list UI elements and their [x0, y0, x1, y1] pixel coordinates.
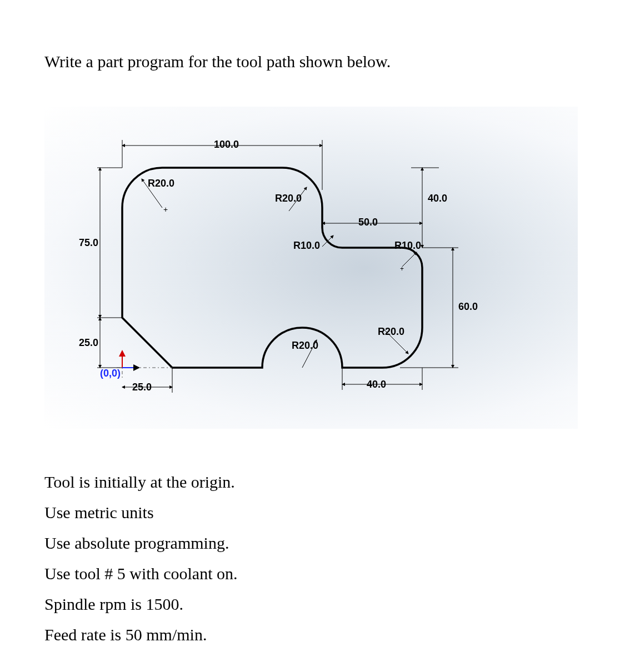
instruction-line: Use absolute programming.	[44, 529, 586, 557]
problem-prompt: Write a part program for the tool path s…	[44, 50, 586, 73]
dim-step-height: 40.0	[428, 193, 447, 204]
instructions-list: Tool is initially at the origin. Use met…	[44, 468, 586, 649]
radius-step-left: R10.0	[293, 240, 320, 252]
dim-bottom-off: 25.0	[132, 382, 152, 393]
radius-step-right: R10.0	[394, 240, 421, 252]
dim-top-width: 100.0	[214, 139, 239, 151]
figure-container: + + 100.0 75.0 25.0 25.0	[44, 107, 586, 429]
instruction-line: Tool is initially at the origin.	[44, 468, 586, 496]
radius-bottom-arc: R20.0	[292, 340, 318, 352]
dim-step-width: 50.0	[358, 217, 378, 228]
instruction-line: Use tool # 5 with coolant on.	[44, 559, 586, 588]
part-outline	[122, 168, 422, 368]
dim-left-lower: 25.0	[79, 337, 98, 349]
toolpath-figure: + + 100.0 75.0 25.0 25.0	[44, 107, 578, 429]
dim-left-upper: 75.0	[79, 237, 98, 249]
dim-right-h: 60.0	[458, 301, 478, 313]
origin-label: (0,0)	[100, 368, 121, 379]
svg-line-25	[402, 252, 417, 267]
radius-top-left: R20.0	[148, 178, 174, 189]
instruction-line: Use metric units	[44, 498, 586, 526]
svg-text:+: +	[163, 205, 168, 214]
svg-text:+: +	[400, 265, 404, 273]
radius-bottom-fillet: R20.0	[378, 326, 404, 338]
toolpath-svg: + +	[44, 107, 578, 429]
instruction-line: Spindle rpm is 1500.	[44, 590, 586, 618]
dim-bottom-w: 40.0	[367, 379, 386, 390]
instruction-line: Feed rate is 50 mm/min.	[44, 620, 586, 649]
radius-top-right: R20.0	[275, 193, 302, 204]
